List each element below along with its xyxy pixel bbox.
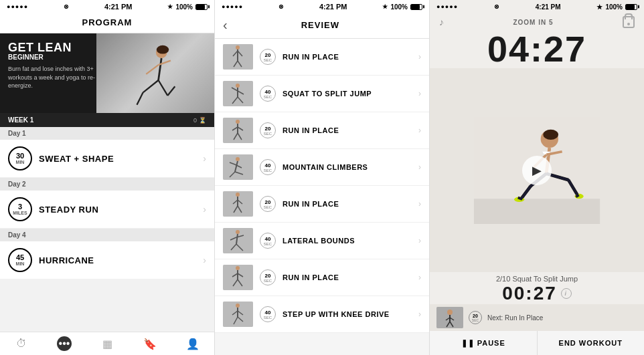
nav-grid[interactable]: ▦ xyxy=(100,336,114,351)
exercise-thumb-7 xyxy=(223,302,253,327)
exercise-row-7[interactable]: 40 SEC STEP UP WITH KNEE DRIVE › xyxy=(215,296,429,333)
workout-name-sweat: SWEAT + SHAPE xyxy=(39,154,196,164)
exercise-name-1: SQUAT TO SPLIT JUMP xyxy=(283,90,413,98)
workout-row-steady[interactable]: 3 MILES STEADY RUN › xyxy=(0,191,214,229)
info-icon[interactable]: i xyxy=(561,288,572,299)
ex-chevron-3: › xyxy=(418,162,421,172)
review-title: REVIEW xyxy=(233,20,408,30)
ex-chevron-5: › xyxy=(418,236,421,245)
hero-figure xyxy=(129,43,182,117)
svg-line-6 xyxy=(159,80,168,96)
status-right-2: ★ 100% xyxy=(382,3,422,11)
exercise-badge-1: 40 SEC xyxy=(258,86,277,102)
exercise-badge-4: 20 SEC xyxy=(258,196,277,212)
review-panel: ●●●●● ⊗ 4:21 PM ★ 100% ‹ REVIEW 20 SEC R… xyxy=(214,0,429,355)
end-workout-button[interactable]: END WORKOUT xyxy=(538,331,645,355)
next-label: Next: Run In Place xyxy=(487,314,637,322)
exercise-in-progress: 2/10 Squat To Split Jump xyxy=(430,272,644,283)
hero-footer: WEEK 1 0 ⏳ xyxy=(0,113,214,127)
next-badge: 20 SEC xyxy=(469,311,482,324)
exercise-row-0[interactable]: 20 SEC RUN IN PLACE › xyxy=(215,39,429,76)
pause-button[interactable]: ❚❚ PAUSE xyxy=(430,331,538,355)
next-thumb xyxy=(436,307,463,328)
back-button[interactable]: ‹ xyxy=(223,17,228,33)
exercise-name-4: RUN IN PLACE xyxy=(283,200,413,208)
svg-rect-66 xyxy=(474,199,600,224)
lock-dot xyxy=(627,23,630,25)
svg-line-7 xyxy=(167,86,175,96)
nav-timer[interactable]: ⏱ xyxy=(14,336,29,351)
exercise-thumb-0 xyxy=(223,44,253,70)
nav-bookmark[interactable]: 🔖 xyxy=(143,336,157,351)
exercise-row-4[interactable]: 20 SEC RUN IN PLACE › xyxy=(215,186,429,223)
hero-title: GET LEAN xyxy=(8,41,110,53)
svg-line-1 xyxy=(159,58,162,80)
end-label: END WORKOUT xyxy=(559,339,623,347)
exercise-thumb-5 xyxy=(223,228,253,253)
workout-name-hurricane: HURRICANE xyxy=(39,255,196,265)
svg-point-15 xyxy=(236,45,240,49)
exercise-name-2: RUN IN PLACE xyxy=(283,126,413,134)
pause-label: PAUSE xyxy=(477,339,505,347)
exercise-badge-6: 20 SEC xyxy=(258,269,277,285)
next-unit: SEC xyxy=(472,318,479,322)
svg-point-68 xyxy=(543,129,558,139)
time-2: 4:21 PM xyxy=(319,3,347,11)
wifi-2: ⊗ xyxy=(278,3,284,10)
svg-line-5 xyxy=(137,92,143,104)
svg-point-17 xyxy=(236,84,240,88)
nav-person[interactable]: 👤 xyxy=(185,336,200,351)
lock-icon[interactable] xyxy=(623,16,635,28)
exercise-badge-3: 40 SEC xyxy=(258,159,277,175)
battery-icon-2 xyxy=(410,4,422,10)
exercise-row-3[interactable]: 40 SEC MOUNTAIN CLIMBERS › xyxy=(215,149,429,186)
battery-icon-1 xyxy=(195,4,208,10)
ex-chevron-1: › xyxy=(418,89,421,98)
exercise-thumb-1 xyxy=(223,81,253,106)
nav-more[interactable]: ••• xyxy=(57,336,72,351)
signal-2: ●●●●● xyxy=(222,3,243,10)
battery-pct-3: 100% xyxy=(605,3,623,11)
svg-line-2 xyxy=(146,65,158,74)
workout-panel: ●●●●● ⊗ 4:21 PM ★ 100% ♪ ZOOM IN 5 04:27 xyxy=(429,0,644,355)
play-button[interactable]: ▶ xyxy=(522,156,552,185)
exercise-row-5[interactable]: 40 SEC LATERAL BOUNDS › xyxy=(215,223,429,259)
bottom-nav: ⏱ ••• ▦ 🔖 👤 xyxy=(0,332,214,355)
exercise-row-2[interactable]: 20 SEC RUN IN PLACE › xyxy=(215,112,429,149)
small-timer: 00:27 i xyxy=(430,283,644,304)
chevron-sweat: › xyxy=(203,153,206,164)
exercise-name-0: RUN IN PLACE xyxy=(283,53,413,61)
next-exercise-row: 20 SEC Next: Run In Place xyxy=(430,304,644,331)
svg-point-45 xyxy=(236,230,240,234)
exercise-thumb-2 xyxy=(223,118,253,143)
exercise-name-6: RUN IN PLACE xyxy=(283,273,413,281)
exercise-list: 20 SEC RUN IN PLACE › 40 SEC SQUAT TO SP… xyxy=(215,39,429,355)
battery-icon-3 xyxy=(625,4,637,10)
status-bar-3: ●●●●● ⊗ 4:21 PM ★ 100% xyxy=(430,0,644,13)
exercise-row-1[interactable]: 40 SEC SQUAT TO SPLIT JUMP › xyxy=(215,76,429,112)
workout-icon-45min: 45 MIN xyxy=(8,248,32,272)
svg-point-8 xyxy=(157,45,169,54)
chevron-hurricane: › xyxy=(203,255,206,265)
exercise-name-7: STEP UP WITH KNEE DRIVE xyxy=(283,310,413,318)
exercise-row-6[interactable]: 20 SEC RUN IN PLACE › xyxy=(215,259,429,296)
music-icon[interactable]: ♪ xyxy=(439,17,444,27)
bt-1: ★ xyxy=(167,3,173,10)
workout-name-steady: STEADY RUN xyxy=(39,205,196,215)
battery-pct-1: 100% xyxy=(175,3,193,11)
svg-point-79 xyxy=(447,310,453,315)
hero-week: WEEK 1 xyxy=(8,116,33,124)
exercise-thumb-6 xyxy=(223,265,253,290)
exercise-badge-7: 40 SEC xyxy=(258,306,277,322)
program-hero: GET LEAN BEGINNER Burn fat and lose inch… xyxy=(0,33,214,127)
hero-description: Burn fat and lose inches with 3+ workout… xyxy=(8,65,110,90)
hero-text-area: GET LEAN BEGINNER Burn fat and lose inch… xyxy=(0,33,118,98)
exercise-badge-5: 40 SEC xyxy=(258,233,277,249)
ex-chevron-4: › xyxy=(418,199,421,209)
battery-pct-2: 100% xyxy=(390,3,408,11)
exercise-name-3: MOUNTAIN CLIMBERS xyxy=(283,163,413,171)
svg-point-38 xyxy=(236,193,240,197)
hero-progress: 0 ⏳ xyxy=(193,117,206,124)
workout-row-hurricane[interactable]: 45 MIN HURRICANE › xyxy=(0,241,214,279)
workout-row-sweat[interactable]: 30 MIN SWEAT + SHAPE › xyxy=(0,140,214,178)
